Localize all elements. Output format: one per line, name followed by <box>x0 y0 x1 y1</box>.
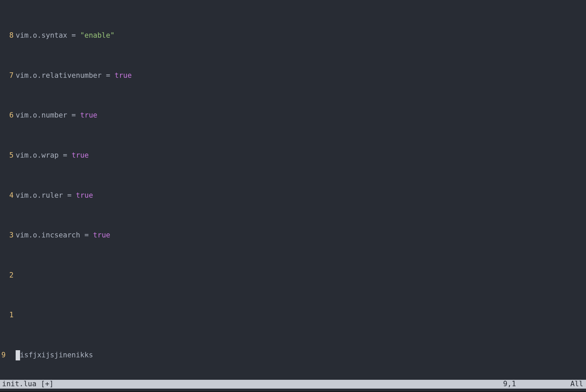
code-line[interactable]: 1 <box>0 310 586 320</box>
code-text: vim.o.wrap = true <box>16 150 89 160</box>
line-number: 6 <box>0 110 16 120</box>
code-text: isfjxijsjinenikks <box>16 350 93 360</box>
status-filename: init.lua [+] <box>2 379 54 389</box>
status-ruler: 9,1 <box>503 379 570 389</box>
code-text: vim.o.syntax = "enable" <box>16 31 115 40</box>
line-number-current: 9 <box>0 350 16 360</box>
line-number: 5 <box>0 150 16 160</box>
code-line[interactable]: 2 <box>0 270 586 280</box>
code-line[interactable]: 6 vim.o.number = true <box>0 110 586 120</box>
code-text: vim.o.number = true <box>16 110 97 120</box>
code-line-current[interactable]: 9 isfjxijsjinenikks <box>0 350 586 360</box>
code-text: vim.o.relativenumber = true <box>16 71 132 81</box>
code-text: vim.o.ruler = true <box>16 191 93 200</box>
line-number: 7 <box>0 71 16 81</box>
vim-window: 8 vim.o.syntax = "enable" 7 vim.o.relati… <box>0 0 586 392</box>
status-line: init.lua [+] 9,1 All <box>0 380 586 389</box>
cursor-block <box>16 350 20 360</box>
code-text: vim.o.incsearch = true <box>16 230 110 240</box>
editor-area[interactable]: 8 vim.o.syntax = "enable" 7 vim.o.relati… <box>0 0 586 380</box>
code-line[interactable]: 7 vim.o.relativenumber = true <box>0 71 586 81</box>
line-number: 3 <box>0 230 16 240</box>
code-line[interactable]: 8 vim.o.syntax = "enable" <box>0 31 586 40</box>
line-number: 2 <box>0 270 16 280</box>
status-position: All <box>570 379 584 389</box>
line-number: 1 <box>0 310 16 320</box>
code-line[interactable]: 4 vim.o.ruler = true <box>0 191 586 200</box>
command-line[interactable] <box>0 389 586 391</box>
line-number: 8 <box>0 31 16 40</box>
line-number: 4 <box>0 191 16 200</box>
code-line[interactable]: 5 vim.o.wrap = true <box>0 150 586 160</box>
code-line[interactable]: 3 vim.o.incsearch = true <box>0 230 586 240</box>
